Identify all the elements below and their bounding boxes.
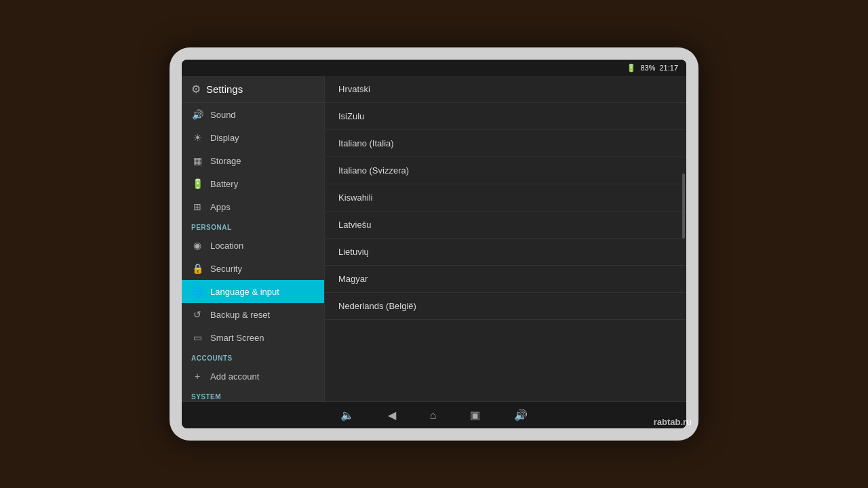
language-icon: 🌐 bbox=[191, 286, 203, 297]
home-nav-icon[interactable]: ⌂ bbox=[430, 409, 437, 422]
nav-bar: 🔈 ◀ ⌂ ▣ 🔊 bbox=[182, 401, 686, 428]
scroll-indicator bbox=[682, 174, 685, 239]
security-icon: 🔒 bbox=[191, 263, 203, 274]
sidebar-item-storage[interactable]: ▦ Storage bbox=[182, 149, 324, 172]
addaccount-icon: + bbox=[191, 371, 203, 382]
battery-percent: 83% bbox=[640, 64, 655, 72]
language-item-latviesu[interactable]: Latviešu bbox=[325, 211, 686, 239]
sidebar-item-sound[interactable]: 🔊 Sound bbox=[182, 103, 324, 126]
sidebar-item-smartscreen[interactable]: ▭ Smart Screen bbox=[182, 326, 324, 349]
main-area: ⚙ Settings 🔊 Sound ☀ Display ▦ bbox=[182, 76, 686, 401]
sound-icon: 🔊 bbox=[191, 109, 203, 120]
storage-label: Storage bbox=[210, 156, 241, 166]
vol-down-nav-icon[interactable]: 🔈 bbox=[340, 409, 354, 422]
language-item-nederlands[interactable]: Nederlands (België) bbox=[325, 293, 686, 320]
settings-title: Settings bbox=[206, 83, 243, 95]
recents-nav-icon[interactable]: ▣ bbox=[470, 409, 480, 422]
battery-label: Battery bbox=[210, 179, 238, 189]
tablet-frame: 🔋 83% 21:17 ⚙ Settings 🔊 Sound bbox=[170, 47, 698, 441]
system-section-label: SYSTEM bbox=[182, 388, 324, 401]
status-bar: 🔋 83% 21:17 bbox=[182, 60, 686, 76]
sidebar-item-display[interactable]: ☀ Display bbox=[182, 126, 324, 149]
location-label: Location bbox=[210, 241, 243, 251]
vol-up-nav-icon[interactable]: 🔊 bbox=[514, 409, 528, 422]
sound-label: Sound bbox=[210, 110, 236, 120]
location-icon: ◉ bbox=[191, 240, 203, 251]
language-panel: Hrvatski IsiZulu Italiano (Italia) Itali… bbox=[324, 76, 686, 401]
language-item-kiswahili[interactable]: Kiswahili bbox=[325, 184, 686, 211]
language-item-isizulu[interactable]: IsiZulu bbox=[325, 103, 686, 130]
sidebar-item-security[interactable]: 🔒 Security bbox=[182, 257, 324, 280]
language-item-hrvatski[interactable]: Hrvatski bbox=[325, 76, 686, 103]
battery-sidebar-icon: 🔋 bbox=[191, 178, 203, 189]
settings-header: ⚙ Settings bbox=[182, 76, 324, 103]
security-label: Security bbox=[210, 264, 242, 274]
storage-icon: ▦ bbox=[191, 155, 203, 166]
personal-section-label: PERSONAL bbox=[182, 218, 324, 234]
language-item-italiano-italia[interactable]: Italiano (Italia) bbox=[325, 130, 686, 157]
watermark: rabtab.ru bbox=[654, 417, 692, 427]
sidebar-item-addaccount[interactable]: + Add account bbox=[182, 365, 324, 388]
apps-label: Apps bbox=[210, 202, 231, 212]
backup-label: Backup & reset bbox=[210, 310, 270, 320]
clock: 21:17 bbox=[659, 64, 678, 72]
sidebar-item-language[interactable]: 🌐 Language & input bbox=[182, 280, 324, 303]
back-nav-icon[interactable]: ◀ bbox=[388, 409, 396, 422]
language-item-italiano-svizzera[interactable]: Italiano (Svizzera) bbox=[325, 157, 686, 184]
battery-icon: 🔋 bbox=[627, 64, 636, 73]
apps-icon: ⊞ bbox=[191, 201, 203, 212]
sidebar-item-battery[interactable]: 🔋 Battery bbox=[182, 172, 324, 195]
language-item-lietuviu[interactable]: Lietuvių bbox=[325, 239, 686, 266]
sidebar-items: 🔊 Sound ☀ Display ▦ Storage 🔋 Battery bbox=[182, 103, 324, 401]
addaccount-label: Add account bbox=[210, 371, 259, 382]
accounts-section-label: ACCOUNTS bbox=[182, 349, 324, 365]
smartscreen-label: Smart Screen bbox=[210, 333, 264, 343]
display-icon: ☀ bbox=[191, 132, 203, 143]
language-label: Language & input bbox=[210, 287, 279, 297]
backup-icon: ↺ bbox=[191, 309, 203, 320]
sidebar-item-backup[interactable]: ↺ Backup & reset bbox=[182, 303, 324, 326]
smartscreen-icon: ▭ bbox=[191, 332, 203, 343]
language-item-magyar[interactable]: Magyar bbox=[325, 266, 686, 293]
tablet-screen: 🔋 83% 21:17 ⚙ Settings 🔊 Sound bbox=[182, 60, 686, 428]
display-label: Display bbox=[210, 133, 239, 143]
sidebar: ⚙ Settings 🔊 Sound ☀ Display ▦ bbox=[182, 76, 324, 401]
sidebar-item-apps[interactable]: ⊞ Apps bbox=[182, 195, 324, 218]
sidebar-item-location[interactable]: ◉ Location bbox=[182, 234, 324, 257]
settings-gear-icon: ⚙ bbox=[191, 83, 201, 96]
